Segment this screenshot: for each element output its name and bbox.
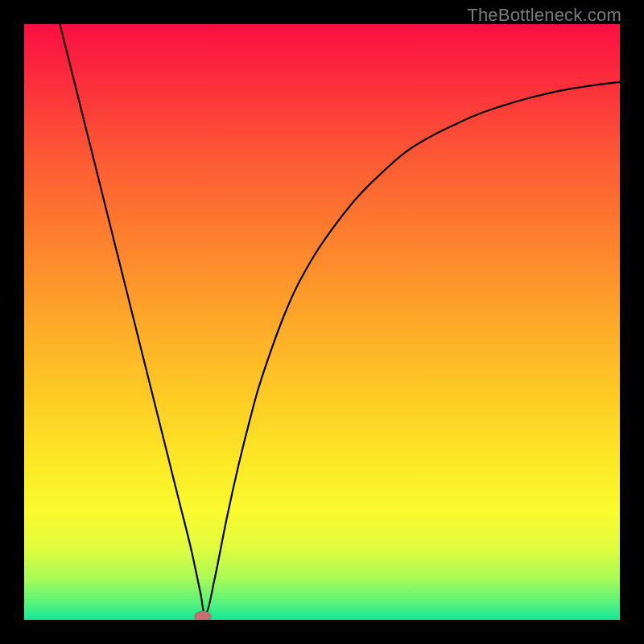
chart-svg	[24, 24, 620, 620]
plot-area	[24, 24, 620, 620]
chart-frame: TheBottleneck.com	[0, 0, 644, 644]
watermark-text: TheBottleneck.com	[467, 5, 621, 26]
minimum-marker	[195, 611, 212, 620]
gradient-background	[24, 24, 620, 620]
